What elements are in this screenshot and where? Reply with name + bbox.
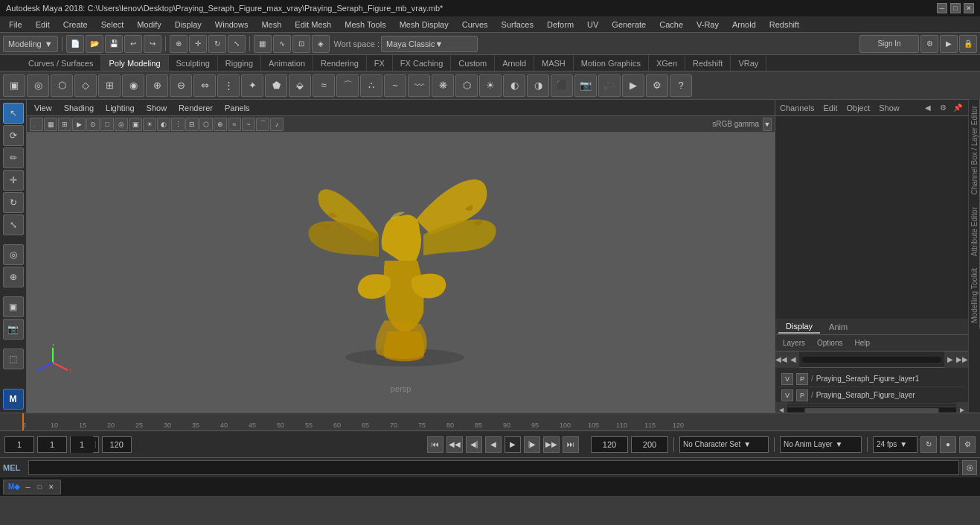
shelf-nparticle-btn[interactable]: ∴ [360, 74, 382, 97]
attribute-editor-label[interactable]: Attribute Editor [969, 201, 980, 262]
tab-vray[interactable]: VRay [731, 55, 766, 71]
renderer-menu[interactable]: Renderer [174, 102, 217, 114]
render-preview-btn[interactable]: ▣ [3, 296, 24, 317]
sign-in-btn[interactable]: Sign In [859, 35, 919, 53]
options-btn[interactable]: Options [813, 337, 847, 349]
channel-box-panel-label[interactable]: Channel Box / Layer Editor [969, 100, 980, 201]
shelf-camera-btn[interactable]: 📷 [574, 74, 597, 97]
go-start-btn[interactable]: ⏮ [427, 436, 443, 453]
move-btn[interactable]: ✛ [3, 170, 24, 191]
new-file-btn[interactable]: 📄 [66, 35, 84, 53]
vp-shadow-btn[interactable]: ◐ [157, 118, 170, 131]
snap-grid-btn[interactable]: ▦ [254, 35, 272, 53]
menu-item-edit-mesh[interactable]: Edit Mesh [289, 19, 337, 31]
snap-btn[interactable]: ⊕ [3, 267, 24, 287]
vp-hair-btn[interactable]: ⌒ [256, 118, 269, 131]
lasso-btn[interactable]: ⟳ [3, 125, 24, 146]
help-btn[interactable]: Help [850, 337, 874, 349]
settings-channel-btn[interactable]: ⚙ [937, 102, 949, 114]
vp-camera-btn[interactable]: 🎥 [30, 118, 43, 131]
menu-item-deform[interactable]: Deform [541, 19, 580, 31]
view-menu[interactable]: View [30, 102, 57, 114]
shelf-xgen-btn[interactable]: ❋ [432, 74, 454, 97]
object-tab[interactable]: Object [846, 104, 870, 112]
shelf-light-btn[interactable]: ☀ [479, 74, 502, 97]
menu-item-modify[interactable]: Modify [131, 19, 167, 31]
shelf-material-btn[interactable]: ◐ [503, 74, 525, 97]
frame-bar-input[interactable] [37, 436, 67, 453]
anim-layer-dropdown[interactable]: No Anim Layer ▼ [780, 436, 862, 453]
shelf-texture-btn[interactable]: ⬛ [551, 74, 573, 97]
shelf-bevel-btn[interactable]: ◇ [74, 74, 97, 97]
shelf-nhair-btn[interactable]: ⌒ [336, 74, 359, 97]
layer2-visibility[interactable]: V [781, 389, 793, 401]
prev-key-btn[interactable]: ◀| [466, 436, 482, 453]
scale-btn[interactable]: ⤡ [3, 214, 24, 235]
shading-menu[interactable]: Shading [60, 102, 98, 114]
lighting-menu[interactable]: Lighting [101, 102, 139, 114]
expand-channel-btn[interactable]: ◀ [922, 102, 934, 114]
tab-curves---surfaces[interactable]: Curves / Surfaces [21, 55, 101, 71]
menu-item-curves[interactable]: Curves [456, 19, 494, 31]
camera-tool-btn[interactable]: 📷 [3, 319, 24, 340]
vp-isolate-btn[interactable]: ⊙ [86, 118, 100, 131]
shelf-smooth-btn[interactable]: ◎ [27, 74, 49, 97]
menu-item-mesh[interactable]: Mesh [255, 19, 287, 31]
menu-item-surfaces[interactable]: Surfaces [496, 19, 539, 31]
shelf-ocean-btn[interactable]: 〰 [408, 74, 430, 97]
vp-layout-btn[interactable]: ▦ [44, 118, 57, 131]
tab-fx[interactable]: FX [367, 55, 393, 71]
character-set-dropdown[interactable]: No Character Set ▼ [679, 436, 769, 453]
menu-item-create[interactable]: Create [57, 19, 94, 31]
autokey-btn[interactable]: ● [940, 436, 956, 453]
marquee-btn[interactable]: ⬚ [3, 349, 24, 369]
layer1-name[interactable]: Praying_Seraph_Figure_layer1 [816, 375, 962, 383]
tab-fx-caching[interactable]: FX Caching [393, 55, 451, 71]
snap-curve-btn[interactable]: ∿ [273, 35, 291, 53]
tab-redshift[interactable]: Redshift [685, 55, 731, 71]
menu-item-v-ray[interactable]: V-Ray [691, 19, 725, 31]
vp-snap-btn[interactable]: ⊞ [58, 118, 71, 131]
layer2-playback[interactable]: P [796, 389, 808, 401]
channels-tab[interactable]: Channels [780, 104, 814, 112]
paint-select-btn[interactable]: ✏ [3, 147, 24, 168]
rotate-tool[interactable]: ↻ [208, 35, 226, 53]
frame-start-input[interactable] [4, 436, 34, 453]
modelling-toolkit-label[interactable]: Modelling Toolkit [969, 262, 980, 329]
undo-btn[interactable]: ↩ [124, 35, 142, 53]
range-start-input[interactable] [591, 436, 628, 453]
tab-xgen[interactable]: XGen [649, 55, 685, 71]
tab-rigging[interactable]: Rigging [218, 55, 261, 71]
shelf-extrude-btn[interactable]: ⬡ [51, 74, 73, 97]
range-end-input[interactable] [631, 436, 668, 453]
vp-light-btn[interactable]: ☀ [143, 118, 156, 131]
shelf-combine-btn[interactable]: ⊕ [146, 74, 168, 97]
tab-mash[interactable]: MASH [534, 55, 574, 71]
vp-audio-btn[interactable]: ♪ [270, 118, 284, 131]
shelf-help-btn[interactable]: ? [670, 74, 692, 97]
close-button[interactable]: ✕ [964, 3, 974, 13]
vp-wireframe-btn[interactable]: □ [100, 118, 114, 131]
gamma-dropdown[interactable]: ▼ [763, 118, 772, 131]
menu-item-arnold[interactable]: Arnold [726, 19, 762, 31]
select-mode-btn[interactable]: ↖ [3, 103, 24, 124]
soft-select-btn[interactable]: ◎ [3, 244, 24, 265]
mel-input[interactable] [28, 460, 959, 475]
pin-channel-btn[interactable]: 📌 [952, 102, 964, 114]
tab-animation[interactable]: Animation [261, 55, 313, 71]
shelf-bridge-btn[interactable]: ⊞ [98, 74, 121, 97]
shelf-bind-btn[interactable]: ⬟ [265, 74, 287, 97]
anim-tab[interactable]: Anim [822, 321, 855, 333]
menu-item-windows[interactable]: Windows [209, 19, 254, 31]
menu-item-cache[interactable]: Cache [653, 19, 689, 31]
shelf-render-icon[interactable]: ▶ [622, 74, 644, 97]
layers-btn[interactable]: Layers [778, 337, 810, 349]
menu-item-mesh-tools[interactable]: Mesh Tools [339, 19, 391, 31]
rotate-btn[interactable]: ↻ [3, 192, 24, 213]
shelf-fluid-btn[interactable]: ~ [384, 74, 406, 97]
select-tool[interactable]: ⊕ [170, 35, 188, 53]
shelf-settings-btn[interactable]: ⚙ [646, 74, 668, 97]
taskbar-minimize[interactable]: ─ [23, 483, 32, 491]
timeline-area[interactable]: 5 10 15 20 25 30 35 40 45 50 55 60 65 70… [0, 413, 980, 430]
layer1-playback[interactable]: P [796, 373, 808, 385]
